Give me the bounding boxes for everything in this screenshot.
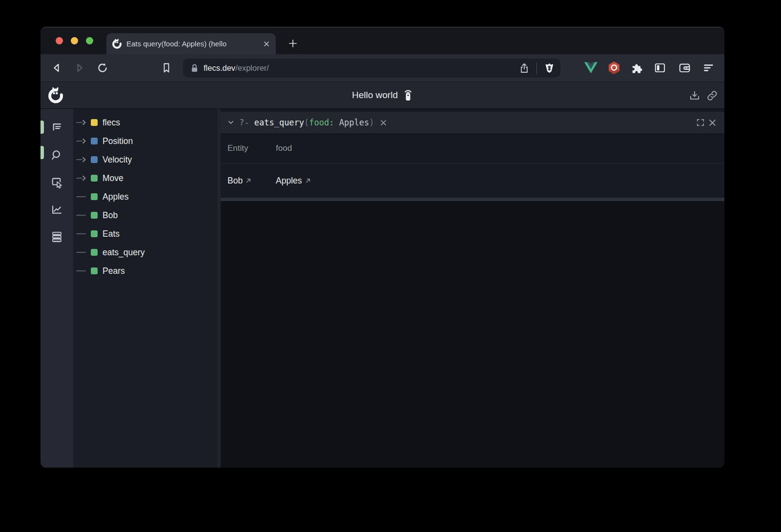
query-term-value: Apples — [339, 118, 369, 127]
query-paren-open: ( — [304, 118, 309, 127]
query-active-pill — [41, 146, 44, 159]
tree-item-bob[interactable]: Bob — [73, 206, 217, 225]
leaf-dash-icon — [76, 193, 88, 200]
tree-item-apples[interactable]: Apples — [73, 187, 217, 206]
url-bar[interactable]: flecs.dev/explorer/ — [183, 59, 560, 78]
query-results-table: Entity food Bob Apples — [221, 133, 724, 198]
tree-item-label: eats_query — [103, 247, 145, 258]
table-header-row: Entity food — [221, 133, 724, 164]
tree-item-move[interactable]: Move — [73, 169, 217, 187]
stats-icon[interactable] — [50, 202, 64, 217]
query-name: eats_query — [254, 118, 304, 127]
open-entity-icon — [305, 178, 311, 184]
tree-item-label: Bob — [103, 210, 118, 221]
browser-window: Eats query(food: Apples) (hello — [41, 27, 724, 468]
minimize-window-button[interactable] — [71, 37, 78, 44]
query-expression: ?- eats_query(food: Apples) — [239, 118, 374, 127]
fullscreen-icon[interactable] — [696, 118, 705, 127]
entity-color-swatch — [91, 193, 98, 200]
extensions-puzzle-icon[interactable] — [631, 61, 643, 74]
cell-value: Apples — [276, 176, 302, 186]
table-row: Bob Apples — [221, 164, 724, 198]
entity-tree-panel: flecs Position Velocity Move Apples — [73, 109, 217, 468]
expand-arrow-icon[interactable] — [76, 119, 88, 126]
entity-color-swatch — [91, 212, 98, 219]
tree-item-velocity[interactable]: Velocity — [73, 150, 217, 169]
collapse-chevron-icon[interactable] — [226, 117, 236, 128]
bookmark-icon[interactable] — [161, 62, 172, 74]
tree-view-icon[interactable] — [50, 120, 64, 135]
tree-active-pill — [41, 121, 44, 134]
download-icon[interactable] — [688, 89, 701, 102]
tree-item-label: Pears — [103, 266, 125, 276]
tree-item-label: Move — [103, 173, 123, 184]
query-panel: ?- eats_query(food: Apples) Entity food — [221, 109, 724, 468]
traffic-lights — [56, 27, 93, 54]
sidebar-panel-icon[interactable] — [654, 61, 666, 74]
tree-item-flecs[interactable]: flecs — [73, 113, 217, 132]
expand-arrow-icon[interactable] — [76, 138, 88, 144]
tab-close-icon[interactable] — [263, 41, 270, 47]
tree-item-eats[interactable]: Eats — [73, 225, 217, 243]
results-resize-handle[interactable] — [221, 198, 724, 201]
tab-bar: Eats query(food: Apples) (hello — [41, 27, 724, 54]
entity-color-swatch — [91, 156, 98, 163]
entity-color-swatch — [91, 230, 98, 237]
share-icon[interactable] — [518, 62, 530, 74]
tree-item-eats-query[interactable]: eats_query — [73, 243, 217, 262]
panel-resize-handle[interactable] — [217, 109, 221, 468]
url-path: /explorer/ — [235, 63, 269, 72]
tab-title: Eats query(food: Apples) (hello — [126, 40, 259, 48]
hexagon-extension-icon[interactable] — [608, 61, 620, 75]
connection-remote-icon[interactable] — [403, 89, 413, 102]
query-prefix: ?- — [239, 118, 254, 127]
url-text: flecs.dev/explorer/ — [204, 63, 518, 73]
close-window-button[interactable] — [56, 37, 63, 44]
menu-icon[interactable] — [702, 62, 715, 74]
leaf-dash-icon — [76, 267, 88, 274]
tables-icon[interactable] — [50, 229, 64, 244]
close-panel-icon[interactable] — [708, 119, 717, 127]
expand-arrow-icon[interactable] — [76, 175, 88, 182]
entity-link-apples[interactable]: Apples — [276, 176, 724, 186]
query-header: ?- eats_query(food: Apples) — [221, 112, 724, 133]
entity-link-bob[interactable]: Bob — [227, 176, 276, 186]
column-header-food: food — [276, 143, 724, 153]
url-host: flecs.dev — [204, 63, 235, 72]
panel-sidebar — [41, 109, 73, 468]
leaf-dash-icon — [76, 230, 88, 237]
navigation-bar: flecs.dev/explorer/ — [41, 54, 724, 82]
tree-item-label: flecs — [103, 118, 120, 128]
lock-icon — [190, 63, 199, 73]
flecs-favicon-icon — [112, 39, 122, 49]
link-icon[interactable] — [706, 89, 719, 102]
flecs-logo-icon[interactable] — [47, 87, 64, 103]
back-icon[interactable] — [50, 61, 63, 74]
forward-icon[interactable] — [73, 61, 86, 74]
zoom-window-button[interactable] — [86, 37, 93, 44]
inspector-icon[interactable] — [50, 175, 64, 189]
tree-item-label: Position — [103, 136, 133, 146]
vue-devtools-icon[interactable] — [584, 62, 597, 74]
browser-tab[interactable]: Eats query(food: Apples) (hello — [106, 33, 276, 54]
entity-color-swatch — [91, 249, 98, 256]
tree-item-label: Apples — [103, 192, 129, 202]
expand-arrow-icon[interactable] — [76, 156, 88, 163]
entity-color-swatch — [91, 267, 98, 274]
content-area: flecs Position Velocity Move Apples — [41, 109, 724, 468]
world-title: Hello world — [352, 90, 398, 101]
tree-item-label: Eats — [103, 229, 120, 239]
remove-query-icon[interactable] — [380, 119, 387, 126]
app-header-actions — [688, 82, 719, 109]
new-tab-icon[interactable] — [286, 36, 300, 51]
brave-shield-icon[interactable] — [543, 62, 555, 74]
query-term-name: food — [309, 118, 329, 127]
wallet-icon[interactable] — [678, 61, 691, 74]
app-title-group: Hello world — [352, 89, 413, 102]
tree-item-position[interactable]: Position — [73, 132, 217, 150]
reload-icon[interactable] — [96, 61, 109, 74]
query-panel-empty-area — [221, 201, 724, 468]
tree-item-pears[interactable]: Pears — [73, 262, 217, 280]
search-icon[interactable] — [50, 147, 64, 162]
entity-color-swatch — [91, 175, 98, 182]
